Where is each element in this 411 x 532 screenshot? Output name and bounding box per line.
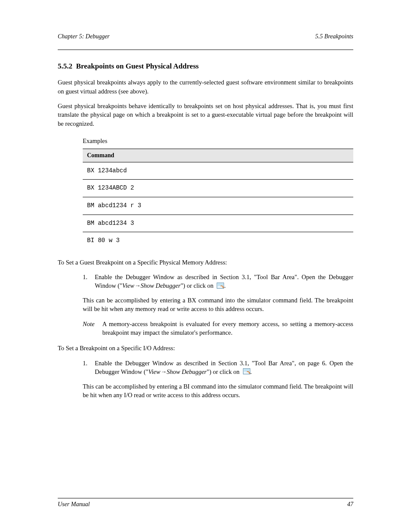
debugger-icon[interactable] [217,282,224,291]
intro-paragraph-1: Guest physical breakpoints always apply … [58,78,353,96]
step-number: 1. [83,273,90,281]
footer-rule [58,498,353,498]
debugger-icon[interactable] [243,368,250,376]
footer: User Manual 47 [58,500,353,509]
note-body: A memory-access breakpoint is evaluated … [102,320,353,337]
svg-rect-1 [218,283,223,285]
examples-table-header: Command [83,149,353,162]
table-row: BX 1234ABCD 2 [83,180,353,197]
step-body: Enable the Debugger Window as described … [95,359,353,377]
toolbar-area-link[interactable]: Tool Bar Area [254,360,292,367]
section-link[interactable]: Section 3.1 [218,360,248,367]
svg-rect-5 [244,369,249,370]
note-label: Note [83,320,94,328]
menu-path: View→Show Debugger [148,368,206,375]
proc1-heading: To Set a Guest Breakpoint on a Specific … [58,258,353,267]
header-chapter-num: Chapter 5: Debugger [58,32,110,41]
header-rule [58,50,353,50]
page-link[interactable]: 6 [322,360,325,367]
subsection-heading: 5.5.2 Breakpoints on Guest Physical Addr… [58,61,353,72]
header-row: Chapter 5: Debugger 5.5 Breakpoints [58,32,353,41]
footer-page-num: 47 [347,500,353,509]
footer-doc-ref: User Manual [58,500,90,509]
section-link[interactable]: Section 3.1 [220,274,249,280]
table-row: BX 1234abcd [83,162,353,180]
examples-table: Command BX 1234abcd BX 1234ABCD 2 BM abc… [83,149,353,249]
proc1-step-1: 1. Enable the Debugger Window as describ… [83,273,353,291]
step-number: 1. [83,359,90,367]
step-body: Enable the Debugger Window as described … [95,273,353,291]
svg-rect-6 [244,371,249,371]
proc2-after: This can be accomplished by entering a B… [83,382,353,400]
table-row: BI 80 w 3 [83,232,353,249]
proc2-heading: To Set a Breakpoint on a Specific I/O Ad… [58,344,353,352]
proc2-step-1: 1. Enable the Debugger Window as describ… [83,359,353,377]
examples-label: Examples [83,137,353,145]
menu-path: View→Show Debugger [122,282,181,289]
table-row: BM abcd1234 r 3 [83,197,353,215]
proc1-after: This can be accomplished by entering a B… [83,296,353,314]
table-row: BM abcd1234 3 [83,215,353,232]
toolbar-area-link[interactable]: Tool Bar Area [257,274,295,280]
note-block: Note A memory-access breakpoint is evalu… [83,320,353,337]
svg-rect-2 [218,285,223,286]
intro-paragraph-2: Guest physical breakpoints behave identi… [58,102,353,128]
examples-block: Examples Command BX 1234abcd BX 1234ABCD… [83,137,353,249]
header-section: 5.5 Breakpoints [315,32,353,41]
